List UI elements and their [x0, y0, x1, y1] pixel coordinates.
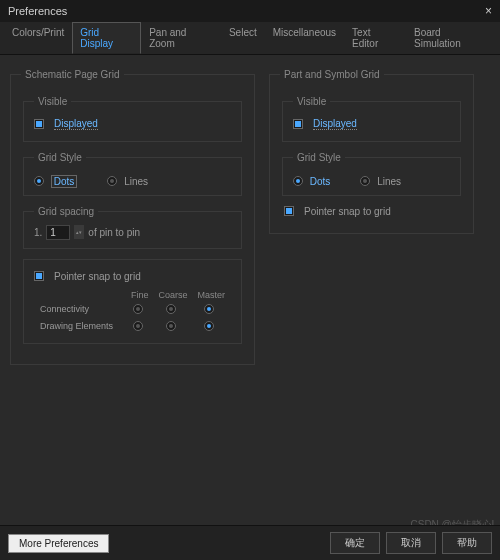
pointer-snap-group: Pointer snap to grid Fine Coarse Master … [23, 259, 242, 344]
tab-board-sim[interactable]: Board Simulation [406, 22, 496, 54]
snap-table: Fine Coarse Master Connectivity Drawing … [34, 288, 231, 335]
window-title: Preferences [8, 5, 67, 17]
grid-style-legend-r: Grid Style [293, 152, 345, 163]
conn-fine-radio[interactable] [133, 304, 143, 314]
displayed-checkbox[interactable] [34, 119, 44, 129]
lines-label: Lines [124, 176, 148, 187]
spacing-stepper[interactable]: ▴▾ [74, 225, 84, 239]
conn-master-radio[interactable] [204, 304, 214, 314]
visible-legend-r: Visible [293, 96, 330, 107]
content: Schematic Page Grid Visible Displayed Gr… [0, 55, 500, 391]
footer: More Preferences 确定 取消 帮助 [0, 525, 500, 560]
snap-label: Pointer snap to grid [54, 271, 141, 282]
conn-coarse-radio[interactable] [166, 304, 176, 314]
dots-label-r: Dots [310, 176, 331, 187]
grid-style-legend: Grid Style [34, 152, 86, 163]
col-fine: Fine [127, 290, 153, 300]
grid-style-group: Grid Style Dots Lines [23, 152, 242, 196]
part-symbol-grid-group: Part and Symbol Grid Visible Displayed G… [269, 69, 474, 234]
lines-label-r: Lines [377, 176, 401, 187]
grid-spacing-legend: Grid spacing [34, 206, 98, 217]
tab-select[interactable]: Select [221, 22, 265, 54]
tab-bar: Colors/Print Grid Display Pan and Zoom S… [0, 22, 500, 55]
draw-coarse-radio[interactable] [166, 321, 176, 331]
draw-fine-radio[interactable] [133, 321, 143, 331]
grid-style-group-r: Grid Style Dots Lines [282, 152, 461, 196]
group-legend-right: Part and Symbol Grid [280, 69, 384, 80]
displayed-label: Displayed [54, 118, 98, 130]
row-connectivity: Connectivity [36, 302, 125, 317]
displayed-label-r: Displayed [313, 118, 357, 130]
row-drawing: Drawing Elements [36, 318, 125, 333]
dots-radio[interactable] [34, 176, 44, 186]
tab-pan-zoom[interactable]: Pan and Zoom [141, 22, 221, 54]
snap-checkbox-r[interactable] [284, 206, 294, 216]
col-master: Master [193, 290, 229, 300]
grid-spacing-group: Grid spacing 1. ▴▾ of pin to pin [23, 206, 242, 249]
tab-colors-print[interactable]: Colors/Print [4, 22, 72, 54]
ok-button[interactable]: 确定 [330, 532, 380, 554]
tab-grid-display[interactable]: Grid Display [72, 22, 141, 54]
spacing-input[interactable] [46, 225, 70, 240]
lines-radio-r[interactable] [360, 176, 370, 186]
dots-label: Dots [51, 175, 78, 188]
snap-checkbox[interactable] [34, 271, 44, 281]
help-button[interactable]: 帮助 [442, 532, 492, 554]
displayed-checkbox-r[interactable] [293, 119, 303, 129]
schematic-page-grid-group: Schematic Page Grid Visible Displayed Gr… [10, 69, 255, 365]
tab-text-editor[interactable]: Text Editor [344, 22, 406, 54]
dots-radio-r[interactable] [293, 176, 303, 186]
cancel-button[interactable]: 取消 [386, 532, 436, 554]
group-legend: Schematic Page Grid [21, 69, 124, 80]
visible-legend: Visible [34, 96, 71, 107]
col-coarse: Coarse [154, 290, 191, 300]
draw-master-radio[interactable] [204, 321, 214, 331]
lines-radio[interactable] [107, 176, 117, 186]
visible-group: Visible Displayed [23, 96, 242, 142]
more-preferences-button[interactable]: More Preferences [8, 534, 109, 553]
tab-misc[interactable]: Miscellaneous [265, 22, 344, 54]
snap-label-r: Pointer snap to grid [304, 206, 391, 217]
close-icon[interactable]: × [485, 4, 492, 18]
titlebar: Preferences × [0, 0, 500, 22]
spacing-suffix: of pin to pin [88, 227, 140, 238]
visible-group-r: Visible Displayed [282, 96, 461, 142]
